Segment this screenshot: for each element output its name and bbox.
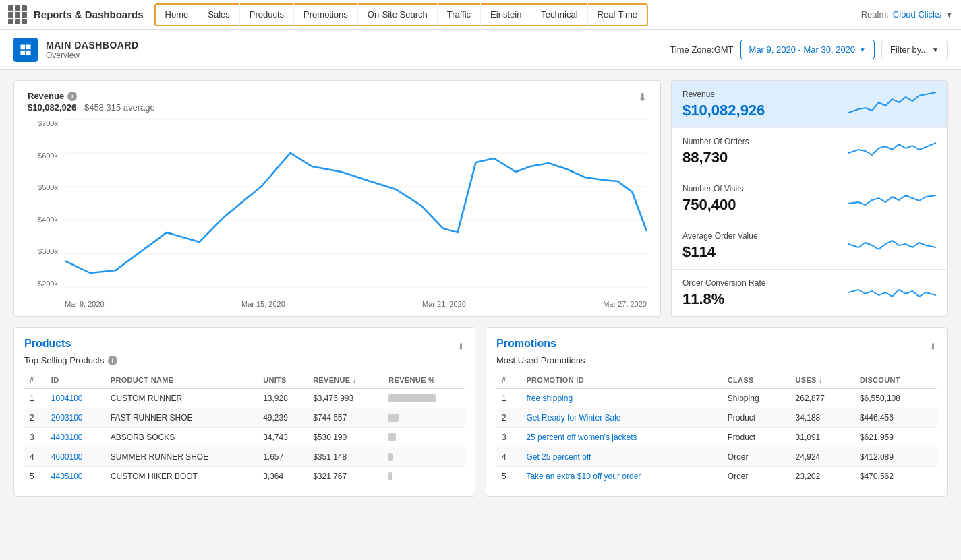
metric-orders-text: Number Of Orders 88,730 (682, 137, 749, 166)
col-units: UNITS (258, 372, 308, 389)
products-table-body: 1 1004100 CUSTOM RUNNER 13,928 $3,476,99… (24, 389, 465, 487)
cell-revenue: $321,767 (308, 467, 383, 487)
nav-item-home[interactable]: Home (156, 3, 199, 26)
revenue-sort-icon: ↓ (353, 377, 356, 384)
revenue-bar-container (388, 414, 459, 422)
nav-item-einstein[interactable]: Einstein (481, 3, 531, 26)
cell-promo-id: free shipping (521, 389, 722, 408)
promo-col-discount: DISCOUNT (854, 372, 937, 389)
cell-promo-id: Get Ready for Winter Sale (521, 408, 722, 428)
dashboard-title-area: MAIN DASHBOARD Overview (13, 38, 139, 62)
svg-rect-1 (26, 44, 31, 49)
cell-revenue: $351,148 (308, 447, 383, 467)
col-id: ID (46, 372, 105, 389)
promotion-id-link[interactable]: Take an extra $10 off your order (526, 472, 641, 481)
cell-id: 1004100 (46, 389, 105, 408)
cell-uses: 262,877 (790, 389, 854, 408)
promotion-id-link[interactable]: 25 percent off women's jackets (526, 433, 637, 442)
nav-item-on-site-search[interactable]: On-Site Search (358, 3, 438, 26)
nav-item-traffic[interactable]: Traffic (438, 3, 481, 26)
table-row: 5 Take an extra $10 off your order Order… (496, 467, 937, 487)
x-label-mar21: Mar 21, 2020 (422, 300, 466, 308)
product-id-link[interactable]: 4405100 (51, 472, 83, 481)
cell-class: Product (722, 408, 790, 428)
cell-num: 3 (496, 428, 521, 447)
revenue-total: $10,082,926 (28, 102, 76, 113)
products-section-title: Products (24, 338, 71, 350)
revenue-bar-container (388, 453, 459, 461)
table-row: 3 25 percent off women's jackets Product… (496, 428, 937, 447)
revenue-bar (388, 472, 392, 480)
realm-chevron-icon[interactable]: ▼ (945, 11, 953, 19)
cell-name: FAST RUNNER SHOE (105, 408, 258, 428)
cell-revpct (383, 389, 465, 408)
cell-discount: $470,562 (854, 467, 937, 487)
x-label-mar9: Mar 9, 2020 (65, 300, 105, 308)
promotions-section-title: Promotions (496, 338, 556, 350)
cell-revenue: $3,476,993 (308, 389, 383, 408)
cell-units: 49,239 (258, 408, 308, 428)
cell-id: 2003100 (46, 408, 105, 428)
dashboard-title-text: MAIN DASHBOARD Overview (46, 40, 139, 60)
table-row: 4 4600100 SUMMER RUNNER SHOE 1,657 $351,… (24, 447, 465, 467)
products-subtitle: Top Selling Products i (24, 355, 465, 365)
cell-uses: 24,924 (790, 447, 854, 467)
cell-id: 4600100 (46, 447, 105, 467)
cell-revpct (383, 467, 465, 487)
x-label-mar27: Mar 27, 2020 (603, 300, 647, 308)
cell-class: Order (722, 447, 790, 467)
cell-num: 4 (496, 447, 521, 467)
promotion-id-link[interactable]: Get Ready for Winter Sale (526, 413, 620, 423)
metric-visits: Number Of Visits 750,400 (672, 175, 947, 222)
nav-item-real-time[interactable]: Real-Time (588, 3, 647, 26)
products-table-header: # ID PRODUCT NAME UNITS REVENUE ↓ REVENU… (24, 372, 465, 389)
promotion-id-link[interactable]: free shipping (526, 394, 573, 403)
cell-units: 34,743 (258, 428, 308, 447)
cell-discount: $6,550,108 (854, 389, 937, 408)
revenue-info-icon[interactable]: i (67, 92, 77, 101)
bottom-section: Products ⬇ Top Selling Products i # ID P… (13, 327, 948, 497)
product-id-link[interactable]: 4403100 (51, 433, 83, 442)
revenue-bar (388, 433, 396, 441)
promotions-table-header: # PROMOTION ID CLASS USES ↓ DISCOUNT (496, 372, 937, 389)
promotion-id-link[interactable]: Get 25 percent off (526, 452, 591, 462)
cell-revpct (383, 447, 465, 467)
product-id-link[interactable]: 4600100 (51, 452, 83, 462)
nav-item-products[interactable]: Products (240, 3, 294, 26)
nav-item-technical[interactable]: Technical (531, 3, 587, 26)
y-label-400k: $400k (28, 216, 58, 224)
cell-name: SUMMER RUNNER SHOE (105, 447, 258, 467)
date-picker-button[interactable]: Mar 9, 2020 - Mar 30, 2020 ▼ (740, 40, 875, 59)
product-id-link[interactable]: 1004100 (51, 394, 83, 403)
nav-menu: HomeSalesProductsPromotionsOn-Site Searc… (154, 3, 649, 26)
product-id-link[interactable]: 2003100 (51, 413, 83, 423)
y-label-700k: $700k (28, 119, 58, 127)
filter-button[interactable]: Filter by... ▼ (881, 40, 948, 59)
promotions-download-icon[interactable]: ⬇ (929, 342, 937, 352)
revenue-bar-container (388, 472, 459, 480)
promo-col-id: PROMOTION ID (521, 372, 722, 389)
cell-num: 5 (496, 467, 521, 487)
products-info-icon[interactable]: i (108, 356, 117, 365)
products-download-icon[interactable]: ⬇ (457, 342, 465, 352)
realm-name[interactable]: Cloud Clicks (893, 9, 941, 20)
y-label-300k: $300k (28, 247, 58, 255)
nav-item-promotions[interactable]: Promotions (294, 3, 358, 26)
revenue-bar (388, 414, 399, 422)
sparkline-orders (848, 136, 936, 166)
chart-download-icon[interactable]: ⬇ (638, 91, 647, 104)
x-axis: Mar 9, 2020 Mar 15, 2020 Mar 21, 2020 Ma… (65, 300, 647, 308)
cell-uses: 34,188 (790, 408, 854, 428)
revenue-bar (388, 453, 393, 461)
col-num: # (24, 372, 46, 389)
metric-revenue-text: Revenue $10,082,926 (682, 90, 765, 119)
table-row: 1 free shipping Shipping 262,877 $6,550,… (496, 389, 937, 408)
cell-id: 4405100 (46, 467, 105, 487)
nav-item-sales[interactable]: Sales (198, 3, 240, 26)
revenue-chart-area: $700k $600k $500k $400k $300k $200k (28, 119, 647, 308)
cell-revpct (383, 428, 465, 447)
revenue-average: $458,315 average (84, 102, 155, 113)
app-grid-icon[interactable] (8, 5, 27, 24)
metrics-panel: Revenue $10,082,926 Number Of Orders 88,… (671, 80, 948, 317)
x-label-mar15: Mar 15, 2020 (241, 300, 285, 308)
